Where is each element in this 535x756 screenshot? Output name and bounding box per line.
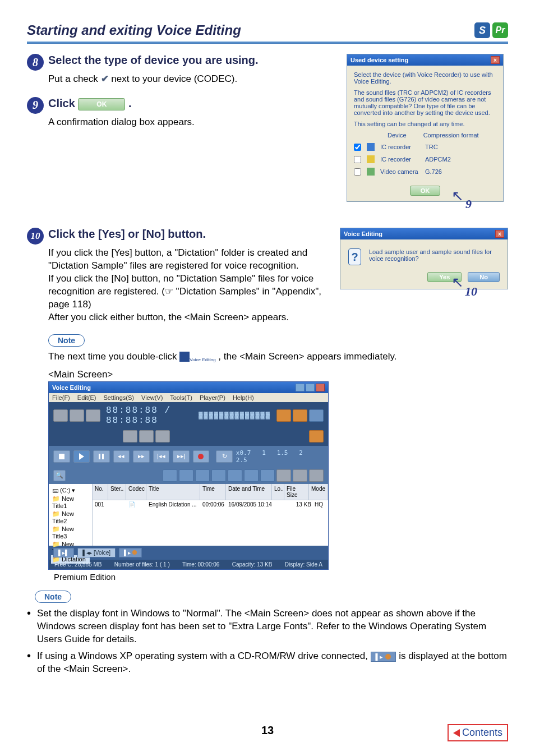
cell-no: 001 — [95, 501, 110, 508]
mail-icon[interactable] — [309, 430, 324, 442]
record-button[interactable] — [193, 450, 210, 463]
step-10-heading: Click the [Yes] or [No] button. — [48, 228, 206, 241]
minimize-icon[interactable] — [296, 384, 305, 391]
menu-view[interactable]: View(V) — [141, 394, 163, 401]
tree-item[interactable]: New Title2 — [52, 510, 74, 524]
question-icon: ? — [348, 248, 361, 265]
note-1-part2: , the <Main Screen> appears immediately. — [218, 351, 396, 362]
pause-button[interactable] — [93, 450, 110, 463]
tree-item[interactable]: New Title3 — [52, 525, 74, 540]
col-size[interactable]: File Size — [284, 484, 309, 500]
close-icon[interactable] — [316, 384, 325, 391]
repeat-button[interactable]: ↻ — [216, 450, 233, 463]
col-no[interactable]: No. — [93, 484, 108, 500]
tool-icon[interactable] — [276, 469, 291, 482]
close-icon[interactable]: × — [495, 230, 504, 238]
callout-10: 10 — [465, 284, 477, 299]
col-device: Device — [388, 132, 407, 139]
recorder-yellow-icon — [367, 155, 375, 163]
maximize-icon[interactable] — [306, 384, 315, 391]
folder-icon[interactable] — [211, 469, 226, 482]
lock-icon[interactable] — [228, 469, 242, 482]
close-icon[interactable]: × — [491, 56, 500, 64]
status-time: Time: 00:00:06 — [182, 561, 219, 568]
col-codec[interactable]: Codec — [126, 484, 146, 500]
menu-file[interactable]: File(F) — [52, 394, 70, 401]
col-ster[interactable]: Ster.. — [108, 484, 126, 500]
text-to-speech-icon[interactable] — [293, 409, 307, 422]
device-checkbox-3[interactable] — [354, 168, 361, 176]
page-title: Starting and exiting Voice Editing — [27, 22, 241, 38]
dialog-ok-button[interactable]: OK — [410, 186, 441, 196]
skip-fwd-button[interactable]: ▸▸| — [173, 450, 190, 463]
mainscreen-title: Voice Editing — [52, 384, 91, 391]
col-format: Compression format — [423, 132, 479, 139]
menu-bar[interactable]: File(F) Edit(E) Settings(S) View(V) Tool… — [49, 393, 328, 402]
col-lo[interactable]: Lo.. — [272, 484, 284, 500]
step-8-body: Put a check ✔ next to your device (CODEC… — [48, 73, 330, 86]
tree-root[interactable]: (C:) — [60, 487, 70, 494]
col-date[interactable]: Date and Time — [226, 484, 272, 500]
rewind-button[interactable]: ◂◂ — [113, 450, 130, 463]
step-9-heading: Click OK . — [48, 97, 131, 110]
menu-help[interactable]: Help(H) — [233, 394, 254, 401]
transfer-icon[interactable] — [309, 409, 324, 422]
step-9-heading-part2: . — [128, 97, 132, 109]
device-name-1: IC recorder — [380, 144, 419, 150]
no-button[interactable]: No — [468, 272, 500, 282]
toolbar-icon[interactable] — [70, 409, 84, 422]
header-rule — [27, 42, 508, 44]
folder-tree[interactable]: 🖴 (C:) ▾ 📁 New Title1 📁 New Title2 📁 New… — [49, 484, 93, 546]
tool-icon[interactable] — [309, 469, 324, 482]
dialog-text-2: The sound files (TRC or ADPCM2) of IC re… — [354, 89, 496, 116]
tree-item[interactable]: New Title1 — [52, 495, 74, 509]
device-checkbox-1[interactable] — [354, 144, 361, 151]
status-display: Display: Side A — [285, 561, 322, 568]
tab-cd[interactable]: ▌▸ — [119, 548, 142, 557]
flag-icon[interactable] — [163, 469, 177, 482]
copy-icon[interactable] — [179, 469, 193, 482]
ve-icon-caption: Voice Editing — [190, 357, 215, 362]
wave-icon[interactable] — [155, 430, 170, 442]
tab-1[interactable]: ▌▸▌ — [53, 548, 74, 557]
col-time[interactable]: Time — [200, 484, 226, 500]
bullet2-pre: If using a Windows XP operating system w… — [37, 651, 371, 661]
col-mode[interactable]: Mode — [309, 484, 328, 500]
dialog-text-1: Select the device (with Voice Recorder) … — [354, 71, 496, 85]
toolbar-icon[interactable] — [53, 409, 68, 422]
device-checkbox-2[interactable] — [354, 156, 361, 163]
cd-tab-icon: ▌▸ — [371, 652, 396, 662]
menu-player[interactable]: Player(P) — [200, 394, 225, 401]
device-name-2: IC recorder — [380, 156, 419, 163]
tool-icon[interactable] — [293, 469, 307, 482]
paste-icon[interactable] — [195, 469, 210, 482]
delete-icon[interactable] — [244, 469, 259, 482]
step-10-number-icon: 10 — [27, 228, 44, 245]
table-row[interactable]: 001 📄 English Dictation ... 00:00:06 16/… — [93, 500, 328, 509]
table-header[interactable]: No. Ster.. Codec Title Time Date and Tim… — [93, 484, 328, 500]
bottom-tabs: ▌▸▌ ▌◂▸ [Voice] ▌▸ — [49, 546, 328, 560]
stop-button[interactable] — [53, 450, 70, 463]
tab-2[interactable]: ▌◂▸ [Voice] — [77, 548, 116, 557]
menu-edit[interactable]: Edit(E) — [77, 394, 96, 401]
col-title[interactable]: Title — [146, 484, 200, 500]
forward-button[interactable]: ▸▸ — [133, 450, 150, 463]
menu-tools[interactable]: Tools(T) — [170, 394, 192, 401]
voice-editing-desktop-icon — [179, 352, 190, 362]
contents-button[interactable]: Contents — [448, 724, 508, 741]
edition-badges: S Pr — [474, 22, 508, 38]
play-button[interactable] — [73, 450, 90, 463]
voice-recognition-icon[interactable] — [276, 409, 291, 422]
search-icon[interactable]: 🔍 — [53, 470, 66, 481]
skip-back-button[interactable]: |◂◂ — [153, 450, 170, 463]
wave-icon[interactable] — [139, 430, 154, 442]
note-1-text: The next time you double-click Voice Edi… — [48, 351, 508, 362]
status-count: Number of files: 1 ( 1 ) — [114, 561, 170, 568]
menu-settings[interactable]: Settings(S) — [104, 394, 134, 401]
used-device-setting-dialog: Used device setting × Select the device … — [347, 54, 504, 202]
time-display: 88:88:88 / 88:88:88 — [106, 405, 193, 426]
confirm-text: Load sample user and sample sound files … — [369, 248, 500, 262]
refresh-icon[interactable] — [260, 469, 275, 482]
toolbar-icon[interactable] — [86, 409, 100, 422]
wave-icon[interactable] — [123, 430, 137, 442]
